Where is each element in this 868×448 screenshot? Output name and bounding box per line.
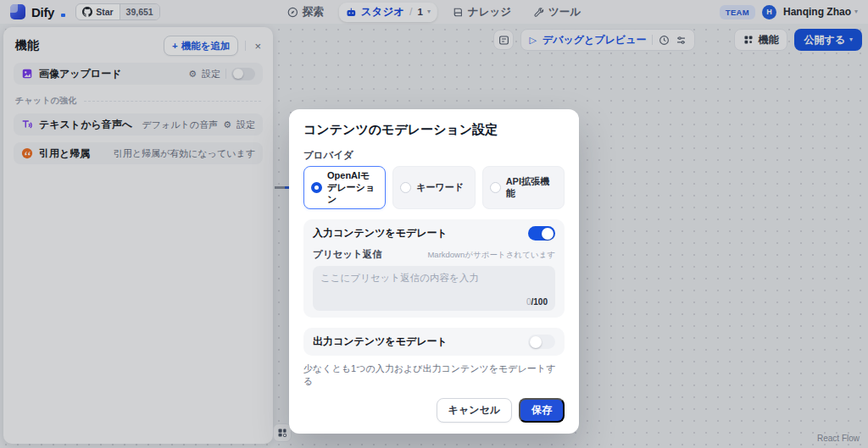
cancel-button[interactable]: キャンセル bbox=[437, 398, 512, 423]
save-button[interactable]: 保存 bbox=[519, 398, 565, 423]
output-moderation-title: 出力コンテンツをモデレート bbox=[313, 335, 448, 349]
input-moderation-group: 入力コンテンツをモデレート プリセット返信 Markdownがサポートされていま… bbox=[303, 219, 565, 318]
provider-option-api-extension[interactable]: API拡張機能 bbox=[482, 166, 565, 209]
provider-label: プロバイダ bbox=[303, 149, 565, 162]
provider-option-label: OpenAIモデレーション bbox=[327, 170, 378, 205]
radio-unselected-icon bbox=[490, 182, 501, 193]
provider-option-keywords[interactable]: キーワード bbox=[392, 166, 475, 209]
char-max: /100 bbox=[531, 297, 548, 307]
markdown-hint: Markdownがサポートされています bbox=[427, 250, 555, 261]
preset-reply-label: プリセット返信 bbox=[313, 248, 382, 261]
radio-unselected-icon bbox=[400, 182, 411, 193]
provider-option-label: キーワード bbox=[416, 182, 464, 194]
radio-selected-icon bbox=[311, 182, 322, 193]
input-moderation-title: 入力コンテンツをモデレート bbox=[313, 226, 448, 241]
char-counter: 0/100 bbox=[320, 296, 548, 307]
input-moderation-toggle[interactable] bbox=[528, 226, 555, 241]
provider-option-openai[interactable]: OpenAIモデレーション bbox=[303, 166, 386, 209]
provider-options: OpenAIモデレーション キーワード API拡張機能 bbox=[303, 166, 565, 209]
preset-reply-field: 0/100 bbox=[313, 266, 555, 311]
output-moderation-group: 出力コンテンツをモデレート bbox=[303, 328, 565, 356]
provider-option-label: API拡張機能 bbox=[506, 176, 557, 200]
output-moderation-toggle[interactable] bbox=[528, 335, 555, 349]
modal-title: コンテンツのモデレーション設定 bbox=[303, 122, 565, 138]
moderation-note: 少なくとも1つの入力および出力コンテンツをモデレートする bbox=[303, 362, 565, 388]
content-moderation-modal: コンテンツのモデレーション設定 プロバイダ OpenAIモデレーション キーワー… bbox=[289, 109, 579, 434]
preset-reply-input[interactable] bbox=[320, 272, 548, 296]
